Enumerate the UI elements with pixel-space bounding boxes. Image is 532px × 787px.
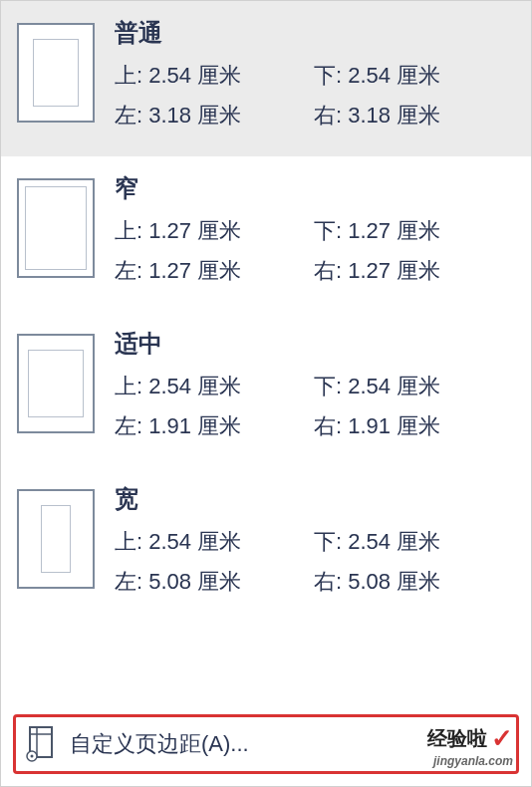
margin-preview-icon — [17, 489, 95, 589]
margin-details: 适中 上: 2.54 厘米 下: 2.54 厘米 左: 1.91 厘米 右: 1… — [115, 328, 519, 451]
margin-left-value: 左: 3.18 厘米 — [115, 101, 314, 131]
margin-right-value: 右: 1.27 厘米 — [314, 256, 513, 286]
margin-right-value: 右: 5.08 厘米 — [314, 567, 513, 597]
margin-details: 窄 上: 1.27 厘米 下: 1.27 厘米 左: 1.27 厘米 右: 1.… — [115, 172, 519, 296]
margin-preview-icon — [17, 334, 95, 433]
svg-point-4 — [31, 755, 34, 758]
page-setup-icon — [26, 726, 56, 762]
margin-bottom-value: 下: 2.54 厘米 — [314, 61, 513, 91]
margin-top-value: 上: 2.54 厘米 — [115, 527, 314, 557]
margin-top-value: 上: 2.54 厘米 — [115, 372, 314, 401]
custom-margins-label: 自定义页边距(A)... — [70, 729, 249, 759]
margin-right-value: 右: 1.91 厘米 — [314, 411, 513, 441]
margin-details: 宽 上: 2.54 厘米 下: 2.54 厘米 左: 5.08 厘米 右: 5.… — [115, 483, 519, 607]
watermark-url: jingyanla.com — [427, 754, 513, 768]
check-icon: ✓ — [491, 723, 513, 754]
margin-preview-icon — [17, 178, 95, 278]
margin-details: 普通 上: 2.54 厘米 下: 2.54 厘米 左: 3.18 厘米 右: 3… — [115, 17, 519, 140]
watermark: 经验啦 ✓ jingyanla.com — [427, 723, 513, 768]
margin-title: 适中 — [115, 328, 519, 360]
margin-preview-icon — [17, 23, 95, 123]
margin-option-narrow[interactable]: 窄 上: 1.27 厘米 下: 1.27 厘米 左: 1.27 厘米 右: 1.… — [1, 156, 531, 312]
margin-option-moderate[interactable]: 适中 上: 2.54 厘米 下: 2.54 厘米 左: 1.91 厘米 右: 1… — [1, 312, 531, 467]
margin-title: 普通 — [115, 17, 519, 49]
watermark-title: 经验啦 — [427, 725, 487, 752]
margin-option-wide[interactable]: 宽 上: 2.54 厘米 下: 2.54 厘米 左: 5.08 厘米 右: 5.… — [1, 467, 531, 623]
margin-title: 窄 — [115, 172, 519, 204]
margin-bottom-value: 下: 2.54 厘米 — [314, 527, 513, 557]
margin-left-value: 左: 5.08 厘米 — [115, 567, 314, 597]
margin-title: 宽 — [115, 483, 519, 515]
margin-bottom-value: 下: 1.27 厘米 — [314, 216, 513, 246]
margin-top-value: 上: 2.54 厘米 — [115, 61, 314, 91]
margin-left-value: 左: 1.27 厘米 — [115, 256, 314, 286]
margin-right-value: 右: 3.18 厘米 — [314, 101, 513, 131]
margin-top-value: 上: 1.27 厘米 — [115, 216, 314, 246]
margin-left-value: 左: 1.91 厘米 — [115, 411, 314, 441]
margin-bottom-value: 下: 2.54 厘米 — [314, 372, 513, 401]
margin-option-normal[interactable]: 普通 上: 2.54 厘米 下: 2.54 厘米 左: 3.18 厘米 右: 3… — [1, 1, 531, 156]
